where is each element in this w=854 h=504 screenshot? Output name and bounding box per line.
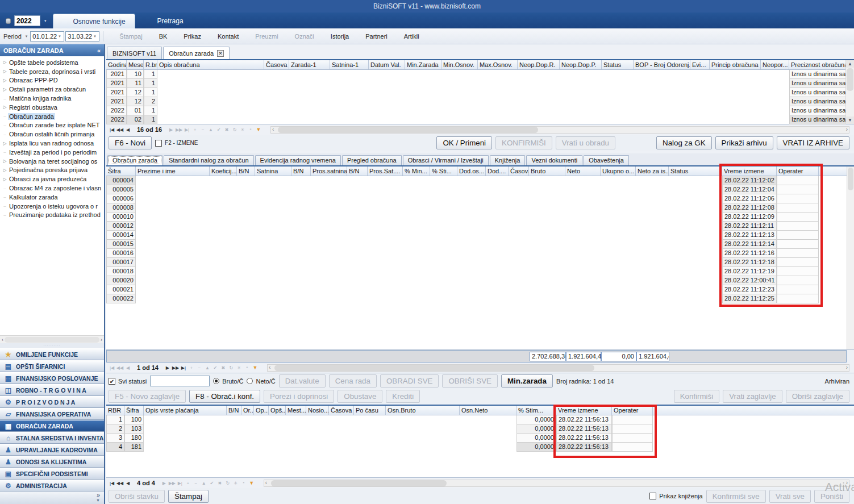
tree-item[interactable]: Obrazac PPP-PD bbox=[0, 76, 104, 85]
more-modules-icon[interactable]: » bbox=[97, 493, 100, 498]
bottom-grid-horizontal-scrollbar[interactable] bbox=[264, 480, 849, 487]
tree-expand-icon[interactable] bbox=[2, 213, 8, 218]
column-header[interactable]: Bruto bbox=[529, 166, 565, 176]
column-header[interactable]: % Stim... bbox=[516, 406, 556, 415]
detail-tab[interactable]: Knjiženja bbox=[490, 155, 526, 165]
column-header[interactable]: Nosio... bbox=[306, 406, 329, 415]
tree-item[interactable]: Preuzimanje podataka iz prethod bbox=[0, 211, 104, 220]
table-row[interactable]: 000004 28.02.22 11:12:02 bbox=[106, 176, 854, 185]
stampaj-button[interactable]: Štampaj bbox=[168, 490, 209, 503]
module-nav-item[interactable]: ♟ UPRAVLJANJE KADROVIMA bbox=[0, 444, 104, 456]
table-row[interactable]: 000012 28.02.22 11:12:11 bbox=[106, 222, 854, 231]
ribbon-tab[interactable]: Pretraga bbox=[138, 14, 193, 28]
column-header[interactable]: BOP - Broj Odorenj... bbox=[634, 60, 690, 69]
navigator-op-icon[interactable]: − bbox=[192, 481, 200, 486]
column-header[interactable]: Neop.Dop.P. bbox=[560, 60, 602, 69]
tree-expand-icon[interactable] bbox=[2, 159, 8, 164]
module-nav-item[interactable]: ♟ ODNOSI SA KLIJENTIMA bbox=[0, 456, 104, 468]
tree-expand-icon[interactable] bbox=[2, 194, 8, 199]
tree-expand-icon[interactable] bbox=[2, 69, 8, 74]
table-row[interactable]: 2021 12 2 Iznos u dinarima sa par bbox=[106, 97, 854, 106]
tree-expand-icon[interactable] bbox=[2, 87, 8, 92]
column-header[interactable]: Mest... bbox=[286, 406, 306, 415]
toolbar-button[interactable]: Preuzmi bbox=[243, 32, 281, 41]
navigator-op-icon[interactable]: ▲ bbox=[203, 365, 211, 370]
tree-item[interactable]: Isplata licu van radnog odnosa bbox=[0, 139, 104, 148]
column-header[interactable]: Neto za is... bbox=[636, 166, 669, 176]
column-header[interactable]: Časova bbox=[329, 406, 354, 415]
module-nav-item[interactable]: ▤ OPŠTI ŠIFARNICI bbox=[0, 360, 104, 372]
column-header[interactable]: Opis vrste plaćanja bbox=[144, 406, 227, 415]
scrollbar-track[interactable] bbox=[5, 337, 99, 343]
tree-item[interactable]: Opšte tabele podsistema bbox=[0, 58, 104, 67]
table-row[interactable]: 000008 28.02.22 11:12:08 bbox=[106, 203, 854, 213]
prikazi-arhivu-button[interactable]: Prikaži arhivu bbox=[715, 136, 773, 149]
table-row[interactable]: 2022 02 1 Iznos u dinarima sa par bbox=[106, 115, 854, 124]
column-header[interactable]: % Sti... bbox=[430, 166, 457, 176]
column-header[interactable]: Max.Osnov. bbox=[478, 60, 518, 69]
column-header[interactable]: Satnina-1 bbox=[330, 60, 369, 69]
table-row[interactable]: 000014 28.02.22 11:12:13 bbox=[106, 231, 854, 240]
scroll-up-icon[interactable]: ▲ bbox=[846, 60, 854, 68]
scrollbar-thumb[interactable] bbox=[847, 68, 853, 91]
navigator-op-icon[interactable]: ✔ bbox=[215, 127, 223, 132]
toolbar-button[interactable]: Štampaj bbox=[107, 32, 145, 41]
tree-item[interactable]: Izveštaji za period i po periodim bbox=[0, 148, 104, 157]
column-header[interactable]: Operater bbox=[612, 406, 653, 415]
column-header[interactable]: Opš... bbox=[269, 406, 286, 415]
tree-expand-icon[interactable] bbox=[2, 78, 8, 83]
table-row[interactable]: 2022 01 1 Iznos u dinarima sa par bbox=[106, 106, 854, 115]
tree-item[interactable]: Bolovanja na teret socijalnog os bbox=[0, 157, 104, 166]
mid-grid-horizontal-scrollbar[interactable] bbox=[267, 364, 849, 372]
toolbar-button[interactable]: Partneri bbox=[353, 32, 390, 41]
obustave-button[interactable]: Obustave bbox=[338, 390, 382, 403]
tree-expand-icon[interactable] bbox=[2, 60, 8, 65]
tree-item[interactable]: Obračun zarada bbox=[0, 112, 104, 121]
detail-tab[interactable]: Vezni dokumenti bbox=[526, 155, 582, 165]
column-header[interactable]: Op... bbox=[254, 406, 269, 415]
table-row[interactable]: 000017 28.02.22 11:12:18 bbox=[106, 258, 854, 267]
navigator-prev-icon[interactable]: ◀◀ bbox=[116, 365, 124, 370]
detail-tab[interactable]: Standardni nalog za obračun bbox=[164, 155, 254, 165]
navigator-op-icon[interactable]: − bbox=[199, 127, 207, 132]
period-dropdown-icon[interactable]: ▾ bbox=[26, 34, 28, 39]
column-header[interactable]: Operater bbox=[777, 166, 819, 176]
date-to-input[interactable]: 31.03.22 ▾ bbox=[65, 31, 99, 41]
column-header[interactable]: Status bbox=[669, 166, 722, 176]
ok-primeni-button[interactable]: OK / Primeni bbox=[436, 136, 492, 149]
sidebar-horizontal-scrollbar[interactable]: ‹ › bbox=[0, 335, 104, 343]
column-header[interactable]: Vreme izmene bbox=[722, 166, 777, 176]
column-header[interactable]: RBR bbox=[106, 406, 124, 415]
navigator-op-icon[interactable]: ▲ bbox=[207, 127, 215, 132]
toolbar-button[interactable]: BK bbox=[147, 32, 170, 41]
vrati-iz-arhive-button[interactable]: VRATI IZ ARHIVE bbox=[777, 136, 849, 149]
module-nav-item[interactable]: ▱ FINANSIJSKA OPERATIVA bbox=[0, 408, 104, 420]
navigator-prev-icon[interactable]: ◀◀ bbox=[116, 481, 124, 486]
navigator-op-icon[interactable]: ▲ bbox=[200, 481, 208, 486]
navigator-prev-icon[interactable]: |◀ bbox=[108, 481, 116, 486]
column-header[interactable]: Dod.... bbox=[486, 166, 509, 176]
toolbar-button[interactable]: Prikaz bbox=[171, 32, 204, 41]
tree-expand-icon[interactable] bbox=[2, 168, 8, 173]
navigator-next-icon[interactable]: ▶ bbox=[167, 127, 175, 132]
detail-tab[interactable]: Obračun zarada bbox=[107, 155, 163, 165]
navigator-prev-icon[interactable]: ◀ bbox=[124, 481, 132, 486]
navigator-prev-icon[interactable]: |◀ bbox=[108, 365, 116, 370]
table-row[interactable]: 000021 28.02.22 11:12:23 bbox=[106, 285, 854, 294]
table-row[interactable]: 000020 28.02.22 12:00:41 bbox=[106, 276, 854, 285]
module-nav-item[interactable]: ⌂ STALNA SREDSTVA I INVENTAR bbox=[0, 432, 104, 444]
navigator-op-icon[interactable]: ✳ bbox=[239, 127, 247, 132]
navigator-op-icon[interactable]: * bbox=[240, 481, 248, 486]
column-header[interactable]: Neopor... bbox=[761, 60, 789, 69]
ribbon-tab[interactable]: Osnovne funkcije bbox=[53, 14, 135, 28]
tree-item[interactable]: Obrasci za javna preduzeća bbox=[0, 174, 104, 184]
detail-tab[interactable]: Obrasci / Virmani / Izveštaji bbox=[403, 155, 489, 165]
toolbar-button[interactable]: Artikli bbox=[391, 32, 422, 41]
scroll-down-icon[interactable]: ▼ bbox=[846, 116, 854, 124]
prikaz-knjizenja-checkbox[interactable] bbox=[649, 493, 656, 499]
column-header[interactable]: Po času bbox=[354, 406, 386, 415]
year-input[interactable] bbox=[14, 15, 40, 26]
vrati-u-obradu-button[interactable]: Vrati u obradu bbox=[556, 136, 615, 149]
toolbar-button[interactable]: Označi bbox=[282, 32, 317, 41]
navigator-next-icon[interactable]: ▶| bbox=[180, 365, 188, 370]
